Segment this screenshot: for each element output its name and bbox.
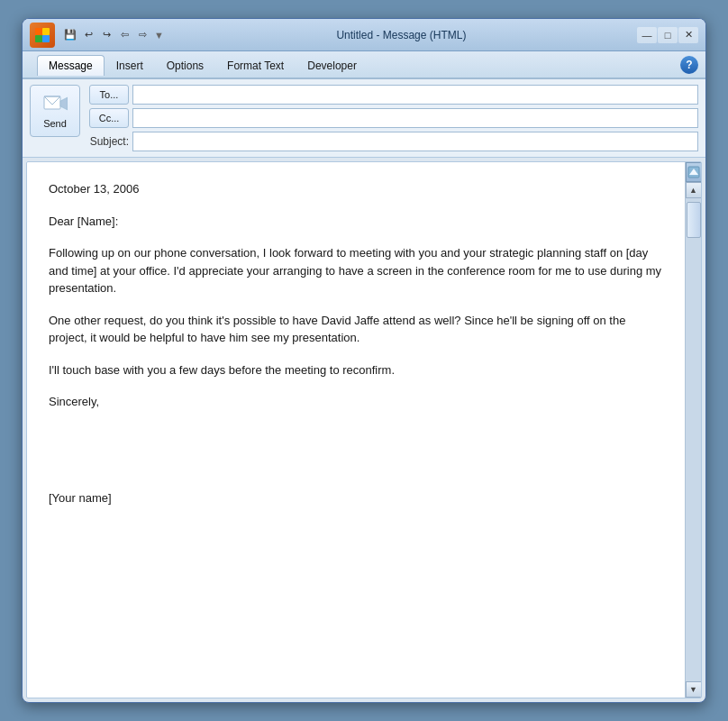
- send-label: Send: [43, 118, 67, 129]
- email-paragraph1: Following up on our phone conversation, …: [49, 244, 663, 297]
- quick-access-toolbar: 💾 ↩ ↪ ⇦ ⇨ ▼: [62, 27, 166, 43]
- scroll-top-icon[interactable]: [686, 162, 702, 182]
- scrollbar: ▲ ▼: [685, 162, 701, 698]
- cc-button[interactable]: Cc...: [89, 108, 129, 128]
- tab-format-text[interactable]: Format Text: [215, 55, 296, 76]
- scroll-thumb[interactable]: [687, 202, 701, 238]
- save-quick-btn[interactable]: 💾: [62, 27, 78, 43]
- scroll-down-btn[interactable]: ▼: [686, 681, 702, 698]
- email-header: Send To... Cc... Subject:: [23, 79, 705, 158]
- svg-rect-2: [35, 35, 42, 42]
- email-body-area: October 13, 2006 Dear [Name]: Following …: [26, 161, 702, 698]
- send-button[interactable]: Send: [30, 85, 80, 137]
- cc-input[interactable]: [132, 108, 698, 128]
- scroll-up-btn[interactable]: ▲: [686, 182, 702, 198]
- to-button[interactable]: To...: [89, 85, 129, 105]
- maximize-btn[interactable]: □: [658, 27, 678, 43]
- minimize-btn[interactable]: —: [637, 27, 657, 43]
- scroll-track[interactable]: [686, 198, 702, 681]
- help-button[interactable]: ?: [680, 56, 698, 74]
- tab-options[interactable]: Options: [155, 55, 215, 76]
- svg-rect-0: [35, 28, 42, 35]
- svg-marker-6: [60, 97, 68, 110]
- tab-developer[interactable]: Developer: [296, 55, 369, 76]
- tabs-list: Message Insert Options Format Text Devel…: [30, 53, 376, 76]
- subject-label: Subject:: [89, 135, 129, 148]
- title-bar: 💾 ↩ ↪ ⇦ ⇨ ▼ Untitled - Message (HTML) — …: [23, 19, 705, 51]
- outlook-window: 💾 ↩ ↪ ⇦ ⇨ ▼ Untitled - Message (HTML) — …: [22, 18, 706, 703]
- email-greeting: Dear [Name]:: [49, 213, 663, 231]
- redo-btn[interactable]: ↪: [98, 27, 114, 43]
- tab-insert[interactable]: Insert: [105, 55, 155, 76]
- office-logo: [30, 23, 55, 48]
- to-row: To...: [89, 85, 698, 105]
- svg-rect-3: [42, 35, 50, 42]
- ribbon: Message Insert Options Format Text Devel…: [23, 51, 705, 79]
- subject-row: Subject:: [89, 132, 698, 151]
- close-btn[interactable]: ✕: [678, 27, 698, 43]
- email-date: October 13, 2006: [49, 180, 663, 198]
- send-icon: [42, 94, 68, 115]
- email-content[interactable]: October 13, 2006 Dear [Name]: Following …: [27, 162, 685, 698]
- menu-bar: Message Insert Options Format Text Devel…: [23, 51, 705, 78]
- address-fields: To... Cc... Subject:: [89, 85, 698, 151]
- email-paragraph2: One other request, do you think it's pos…: [49, 312, 663, 347]
- to-input[interactable]: [132, 85, 698, 105]
- email-paragraph3: I'll touch base with you a few days befo…: [49, 361, 663, 379]
- subject-input[interactable]: [132, 132, 698, 151]
- window-title: Untitled - Message (HTML): [169, 29, 633, 41]
- forward1-btn[interactable]: ⇦: [116, 27, 132, 43]
- tab-message[interactable]: Message: [37, 55, 105, 76]
- email-closing: Sincerely,: [49, 393, 663, 411]
- forward2-btn[interactable]: ⇨: [134, 27, 150, 43]
- svg-rect-1: [42, 28, 50, 35]
- undo-btn[interactable]: ↩: [80, 27, 96, 43]
- dropdown-arrow: ▼: [154, 30, 164, 41]
- header-inner: Send To... Cc... Subject:: [30, 85, 698, 151]
- cc-row: Cc...: [89, 108, 698, 128]
- email-signature: [Your name]: [49, 489, 663, 507]
- window-controls: — □ ✕: [637, 27, 698, 43]
